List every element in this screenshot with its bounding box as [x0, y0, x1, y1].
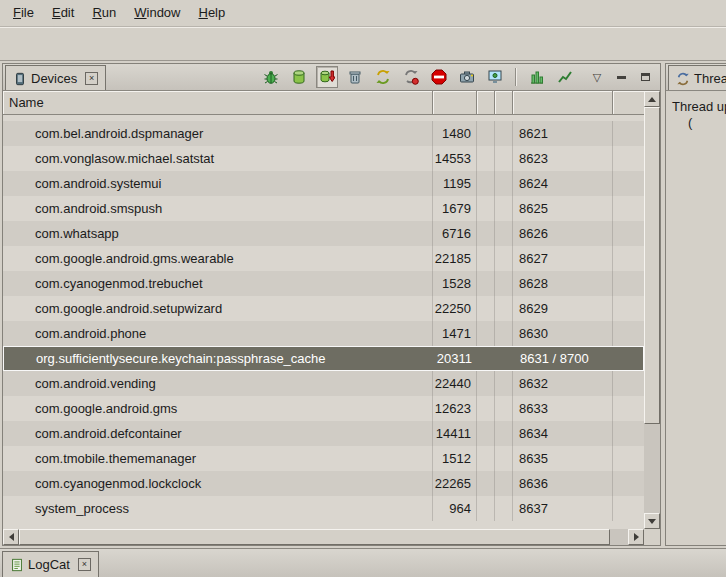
- scroll-down-button[interactable]: [644, 513, 660, 529]
- arrow-right-icon: [634, 533, 643, 541]
- cell-port: 8636: [513, 471, 613, 496]
- cell-fill: [613, 221, 644, 246]
- window: FileEditRunWindowHelp Devices × ▽: [0, 0, 726, 577]
- cell-pid: 22250: [433, 296, 477, 321]
- table-row[interactable]: com.google.android.gms.wearable221858627: [3, 246, 644, 271]
- menu-help[interactable]: Help: [189, 1, 234, 25]
- cell-name: com.google.android.gms.wearable: [3, 246, 433, 271]
- cell-c3: [477, 196, 495, 221]
- menu-window[interactable]: Window: [125, 1, 189, 25]
- debug-process-button[interactable]: [260, 66, 282, 88]
- cell-fill: [613, 446, 644, 471]
- tab-logcat[interactable]: LogCat ×: [2, 551, 99, 577]
- column-header-pid[interactable]: [433, 91, 477, 115]
- table-row[interactable]: com.android.defcontainer144118634: [3, 421, 644, 446]
- scroll-right-button[interactable]: [628, 529, 644, 545]
- menu-file[interactable]: File: [4, 1, 43, 25]
- cell-name: com.android.smspush: [3, 196, 433, 221]
- update-threads-button[interactable]: [372, 66, 394, 88]
- column-header-name[interactable]: Name: [3, 91, 433, 115]
- cell-pid: 20311: [434, 347, 478, 370]
- view-menu-icon: ▽: [593, 72, 601, 83]
- table-row[interactable]: com.cyanogenmod.trebuchet15288628: [3, 271, 644, 296]
- column-header-port[interactable]: [513, 91, 613, 115]
- table-row[interactable]: com.android.phone14718630: [3, 321, 644, 346]
- cell-c4: [495, 421, 513, 446]
- cell-name: com.cyanogenmod.lockclock: [3, 471, 433, 496]
- table-header: Name: [3, 91, 644, 115]
- table-row[interactable]: org.sufficientlysecure.keychain:passphra…: [3, 346, 644, 371]
- maximize-button[interactable]: [634, 66, 656, 88]
- horizontal-scroll-thumb[interactable]: [19, 529, 610, 545]
- table-row[interactable]: com.android.vending224408632: [3, 371, 644, 396]
- close-icon[interactable]: ×: [85, 72, 98, 85]
- cell-name: com.google.android.gms: [3, 396, 433, 421]
- cause-gc-button[interactable]: [344, 66, 366, 88]
- cell-port: 8624: [513, 171, 613, 196]
- column-header-c3[interactable]: [477, 91, 495, 115]
- table-row[interactable]: com.bel.android.dspmanager14808621: [3, 121, 644, 146]
- table-row[interactable]: com.google.android.gms126238633: [3, 396, 644, 421]
- cell-c4: [495, 446, 513, 471]
- cell-pid: 1471: [433, 321, 477, 346]
- stop-process-button[interactable]: [428, 66, 450, 88]
- table-row[interactable]: com.cyanogenmod.lockclock222658636: [3, 471, 644, 496]
- cell-port: 8629: [513, 296, 613, 321]
- tab-logcat-label: LogCat: [28, 557, 70, 572]
- close-icon[interactable]: ×: [78, 558, 91, 571]
- cell-pid: 1512: [433, 446, 477, 471]
- threads-message-line1: Thread up: [672, 99, 726, 115]
- cell-c3: [477, 446, 495, 471]
- cell-fill: [613, 171, 644, 196]
- scroll-left-button[interactable]: [3, 529, 19, 545]
- update-heap-button[interactable]: [288, 66, 310, 88]
- table-row[interactable]: com.android.systemui11958624: [3, 171, 644, 196]
- table-row[interactable]: com.vonglasow.michael.satstat145538623: [3, 146, 644, 171]
- start-opengl-trace-button[interactable]: [554, 66, 576, 88]
- vertical-scroll-thumb[interactable]: [644, 107, 660, 424]
- screen-capture-button[interactable]: [456, 66, 478, 88]
- menu-run[interactable]: Run: [83, 1, 125, 25]
- cell-name: system_process: [3, 496, 433, 521]
- table-row[interactable]: com.google.android.setupwizard222508629: [3, 296, 644, 321]
- scrollbar-corner: [644, 529, 660, 545]
- tab-threads[interactable]: Threads ×: [668, 65, 726, 91]
- screen-record-button[interactable]: [484, 66, 506, 88]
- table-grid: Name com.bel.android.dspmanager14808621c…: [3, 91, 644, 529]
- cell-name: com.tmobile.thememanager: [3, 446, 433, 471]
- threads-message: Thread up (: [666, 91, 726, 139]
- vertical-scroll-track[interactable]: [644, 107, 660, 513]
- view-menu-button[interactable]: ▽: [586, 66, 608, 88]
- cell-name: com.cyanogenmod.trebuchet: [3, 271, 433, 296]
- capture-systrace-button[interactable]: [526, 66, 548, 88]
- horizontal-scroll-track[interactable]: [19, 529, 628, 545]
- table-row[interactable]: system_process9648637: [3, 496, 644, 521]
- column-header-c4[interactable]: [495, 91, 513, 115]
- minimize-button[interactable]: [610, 66, 632, 88]
- cell-fill: [613, 196, 644, 221]
- tab-devices[interactable]: Devices ×: [5, 65, 106, 91]
- table-row[interactable]: com.android.smspush16798625: [3, 196, 644, 221]
- cell-pid: 22440: [433, 371, 477, 396]
- table-row[interactable]: com.tmobile.thememanager15128635: [3, 446, 644, 471]
- scroll-up-button[interactable]: [644, 91, 660, 107]
- dump-hprof-button[interactable]: [316, 66, 338, 88]
- cell-port: 8628: [513, 271, 613, 296]
- logcat-bar: LogCat ×: [0, 548, 726, 577]
- cell-c4: [495, 246, 513, 271]
- start-method-profiling-button[interactable]: [400, 66, 422, 88]
- cell-c3: [477, 221, 495, 246]
- devices-panel: Devices × ▽: [2, 63, 661, 546]
- vertical-scrollbar[interactable]: [644, 91, 660, 529]
- cell-pid: 14553: [433, 146, 477, 171]
- cell-c4: [495, 196, 513, 221]
- cell-port: 8626: [513, 221, 613, 246]
- cell-c3: [477, 296, 495, 321]
- menu-edit[interactable]: Edit: [43, 1, 83, 25]
- cell-fill: [613, 296, 644, 321]
- table-row[interactable]: com.whatsapp67168626: [3, 221, 644, 246]
- cell-fill: [613, 371, 644, 396]
- maximize-icon: [641, 73, 650, 81]
- horizontal-scrollbar[interactable]: [3, 529, 644, 545]
- cell-port: 8625: [513, 196, 613, 221]
